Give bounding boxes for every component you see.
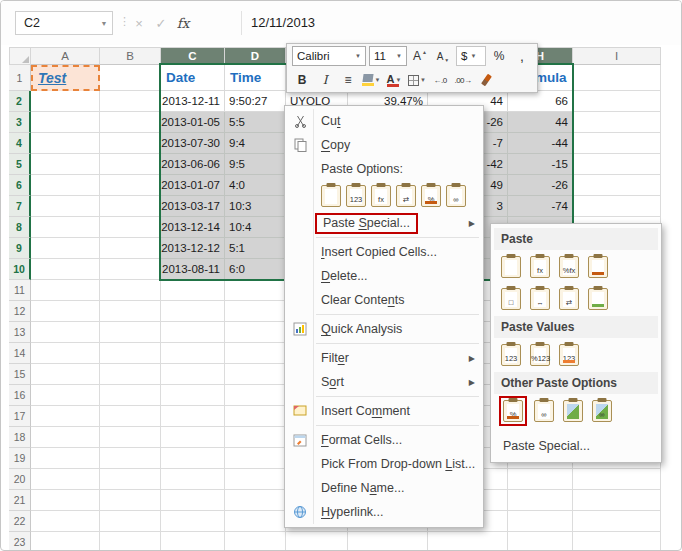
row-header-12[interactable]: 12 <box>9 301 31 322</box>
col-header-A[interactable]: A <box>31 47 100 65</box>
row-header-7[interactable]: 7 <box>9 196 31 217</box>
cell-D7[interactable]: 10:3 <box>225 196 286 217</box>
row-header-13[interactable]: 13 <box>9 322 31 343</box>
cell-C1[interactable]: Date <box>161 65 225 91</box>
row-header-20[interactable]: 20 <box>9 469 31 490</box>
col-header-I[interactable]: I <box>573 47 661 65</box>
cell-H6[interactable]: -26 <box>508 175 573 196</box>
cell-H5[interactable]: -15 <box>508 154 573 175</box>
cell-C10[interactable]: 2013-08-11 <box>161 259 225 280</box>
menu-item-define-name[interactable]: Define Name... <box>285 476 483 500</box>
menu-item-quick-analysis[interactable]: Quick Analysis <box>285 317 483 341</box>
cell-C2[interactable]: 2013-12-11 <box>161 91 225 112</box>
font-color-button[interactable]: A ▼ <box>384 70 404 90</box>
menu-item-cut[interactable]: Cut <box>285 109 483 133</box>
row-header-10[interactable]: 10 <box>9 259 31 280</box>
menu-item-insert-comment[interactable]: Insert Comment <box>285 399 483 423</box>
col-header-B[interactable]: B <box>100 47 161 65</box>
picture-icon[interactable] <box>563 400 583 422</box>
row-header-11[interactable]: 11 <box>9 280 31 301</box>
merge-conditional-formatting-icon[interactable] <box>588 288 608 310</box>
row-header-21[interactable]: 21 <box>9 490 31 511</box>
row-header-3[interactable]: 3 <box>9 112 31 133</box>
cell-D5[interactable]: 9:5 <box>225 154 286 175</box>
cell-D1[interactable]: Time <box>225 65 286 91</box>
paste-link-icon[interactable]: ∞ <box>534 400 554 422</box>
keep-column-widths-icon[interactable]: ↔ <box>530 288 550 310</box>
row-header-2[interactable]: 2 <box>9 91 31 112</box>
cell-D8[interactable]: 10:4 <box>225 217 286 238</box>
menu-item-delete[interactable]: Delete... <box>285 264 483 288</box>
paste-icon[interactable] <box>501 256 521 278</box>
paste-link-icon[interactable]: ∞ <box>446 185 466 207</box>
font-size-select[interactable]: 11 ▼ <box>369 46 407 66</box>
menu-item-copy[interactable]: Copy <box>285 133 483 157</box>
row-header-15[interactable]: 15 <box>9 364 31 385</box>
select-all-corner[interactable] <box>9 47 31 65</box>
menu-item-clear-contents[interactable]: Clear Contents <box>285 288 483 312</box>
row-header-5[interactable]: 5 <box>9 154 31 175</box>
cell-D3[interactable]: 5:5 <box>225 112 286 133</box>
submenu-item-paste-special[interactable]: Paste Special... <box>494 433 658 459</box>
borders-button[interactable]: ▼ <box>407 70 427 90</box>
accounting-format-button[interactable]: $ ▼ <box>456 46 486 66</box>
cell-H4[interactable]: -44 <box>508 133 573 154</box>
fill-color-button[interactable]: ▼ <box>361 70 381 90</box>
menu-item-filter[interactable]: Filter ▶ <box>285 346 483 370</box>
menu-item-pick-from-list[interactable]: Pick From Drop-down List... <box>285 452 483 476</box>
cell-C5[interactable]: 2013-06-06 <box>161 154 225 175</box>
percent-style-button[interactable]: % <box>489 46 509 66</box>
row-header-1[interactable]: 1 <box>9 65 31 91</box>
values-source-formatting-icon[interactable]: 123 <box>559 344 579 366</box>
menu-item-hyperlink[interactable]: Hyperlink... <box>285 500 483 524</box>
cell-C7[interactable]: 2013-03-17 <box>161 196 225 217</box>
center-align-button[interactable]: ≡ <box>338 70 358 90</box>
row-header-23[interactable]: 23 <box>9 532 31 551</box>
row-header-8[interactable]: 8 <box>9 217 31 238</box>
row-header-17[interactable]: 17 <box>9 406 31 427</box>
paste-icon[interactable] <box>321 185 341 207</box>
increase-decimal-button[interactable]: ←.0 <box>430 70 450 90</box>
formulas-number-formatting-icon[interactable]: %fx <box>559 256 579 278</box>
comma-style-button[interactable]: , <box>512 46 532 66</box>
paste-formulas-icon[interactable]: fx <box>530 256 550 278</box>
cell-C9[interactable]: 2013-12-12 <box>161 238 225 259</box>
menu-item-insert-copied-cells[interactable]: Insert Copied Cells... <box>285 240 483 264</box>
row-header-9[interactable]: 9 <box>9 238 31 259</box>
transpose-icon[interactable]: ⇄ <box>559 288 579 310</box>
cell-H3[interactable]: 44 <box>508 112 573 133</box>
menu-item-sort[interactable]: Sort ▶ <box>285 370 483 394</box>
italic-button[interactable]: I <box>315 70 335 90</box>
row-header-22[interactable]: 22 <box>9 511 31 532</box>
row-header-14[interactable]: 14 <box>9 343 31 364</box>
cell-C8[interactable]: 2013-12-14 <box>161 217 225 238</box>
cell-C3[interactable]: 2013-01-05 <box>161 112 225 133</box>
cell-D10[interactable]: 6:0 <box>225 259 286 280</box>
cell-D9[interactable]: 5:1 <box>225 238 286 259</box>
menu-item-paste-special[interactable]: Paste Special... ▶ <box>285 211 483 235</box>
paste-formatting-icon[interactable]: % <box>421 185 441 207</box>
font-name-select[interactable]: Calibri ▼ <box>292 46 366 66</box>
paste-formatting-icon[interactable]: % <box>503 400 523 422</box>
cell-C6[interactable]: 2013-01-07 <box>161 175 225 196</box>
paste-formulas-icon[interactable]: fx <box>371 185 391 207</box>
no-borders-icon[interactable]: □ <box>501 288 521 310</box>
cell-H7[interactable]: -74 <box>508 196 573 217</box>
cell-D6[interactable]: 4:0 <box>225 175 286 196</box>
row-header-6[interactable]: 6 <box>9 175 31 196</box>
row-header-16[interactable]: 16 <box>9 385 31 406</box>
paste-transpose-icon[interactable]: ⇄ <box>396 185 416 207</box>
grow-font-button[interactable]: A ▲ <box>410 46 430 66</box>
col-header-C[interactable]: C <box>161 47 225 65</box>
cell-D4[interactable]: 9:4 <box>225 133 286 154</box>
paste-values-icon[interactable]: 123 <box>346 185 366 207</box>
values-icon[interactable]: 123 <box>501 344 521 366</box>
row-header-19[interactable]: 19 <box>9 448 31 469</box>
row-header-4[interactable]: 4 <box>9 133 31 154</box>
menu-item-format-cells[interactable]: Format Cells... <box>285 428 483 452</box>
col-header-D[interactable]: D <box>225 47 286 65</box>
cell-C4[interactable]: 2013-07-30 <box>161 133 225 154</box>
cell-D2[interactable]: 9:50:27 <box>225 91 286 112</box>
linked-picture-icon[interactable]: ∞ <box>592 400 612 422</box>
cell-A1-copied[interactable]: Test <box>31 65 100 91</box>
